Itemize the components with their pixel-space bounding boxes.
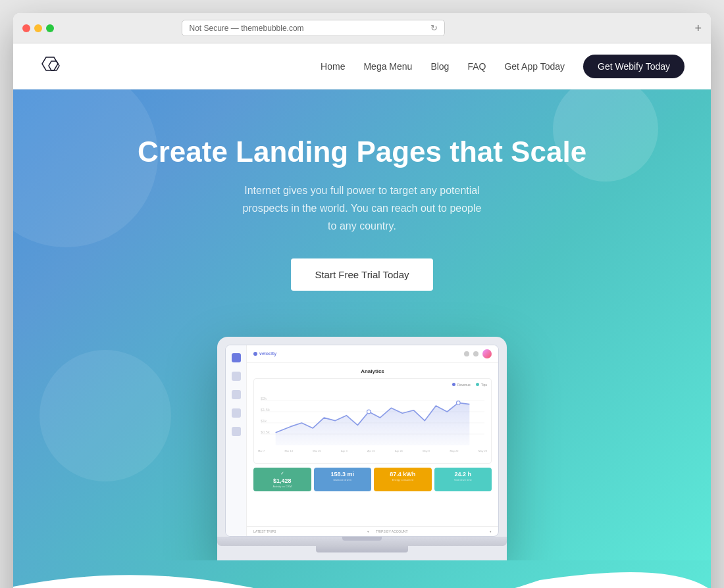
nav-get-webify-button[interactable]: Get Webify Today (583, 55, 685, 78)
x-axis-labels: Mar 7 Mar 13 Mar 20 Apr 3 Apr 10 Apr 24 … (258, 449, 487, 453)
navbar: Home Mega Menu Blog FAQ Get App Today Ge… (13, 43, 711, 89)
dashboard-brand: velocity (253, 351, 276, 356)
stat-value-revenue: $1,428 (257, 478, 307, 484)
bottom-title-accounts: TRIPS BY ACCOUNT ▾ (376, 529, 492, 533)
bottom-arrow-accounts: ▾ (490, 529, 492, 533)
nav-home[interactable]: Home (321, 61, 345, 72)
stat-label-energy: Energy consumed (378, 478, 428, 481)
nav-mega-menu[interactable]: Mega Menu (363, 61, 412, 72)
analytics-chart: Revenue Tips (253, 378, 492, 464)
x-label-8: May 22 (450, 449, 458, 453)
x-label-6: Apr 24 (395, 449, 403, 453)
sidebar-icon-3 (232, 408, 241, 418)
browser-chrome: Not Secure — themebubble.com ↻ + (13, 13, 711, 43)
stat-label-revenue: Activity on CRM (257, 485, 307, 488)
dashboard-content: Analytics Revenue (247, 363, 498, 526)
dashboard-main: velocity (247, 345, 498, 536)
traffic-lights (22, 24, 54, 32)
laptop-screen: velocity (225, 345, 499, 537)
legend-dot-revenue (452, 383, 455, 386)
x-label-9: May 29 (478, 449, 487, 453)
hero-cta-button[interactable]: Start Free Trial Today (291, 258, 432, 291)
close-button[interactable] (22, 24, 30, 32)
svg-text:$0.5k: $0.5k (261, 429, 270, 433)
stat-value-drivetime: 24.2 h (438, 471, 488, 478)
stat-value-energy: 87.4 kWh (378, 471, 428, 478)
address-text: Not Secure — themebubble.com (189, 24, 303, 33)
dashboard-header: velocity (247, 345, 498, 363)
nav-get-app[interactable]: Get App Today (504, 61, 565, 72)
bottom-title-trips: LATEST TRIPS ▾ (253, 529, 369, 533)
x-label-7: May 8 (423, 449, 430, 453)
svg-point-12 (457, 401, 461, 404)
hero-subtext: Internet gives you full power to target … (237, 182, 487, 235)
dashboard-header-right (464, 349, 492, 358)
svg-point-11 (367, 410, 371, 414)
browser-window: Not Secure — themebubble.com ↻ + Home Me… (13, 13, 711, 588)
stat-card-energy: 87.4 kWh Energy consumed (374, 468, 432, 491)
legend-dot-tips (476, 383, 479, 386)
sidebar-icon-active (232, 353, 241, 362)
dashboard: velocity (226, 345, 498, 536)
laptop-base (217, 537, 507, 546)
refresh-icon[interactable]: ↻ (430, 23, 438, 33)
minimize-button[interactable] (34, 24, 42, 32)
dashboard-stats: ✓ $1,428 Activity on CRM 158.3 mi Distan… (253, 468, 492, 491)
website-content: Home Mega Menu Blog FAQ Get App Today Ge… (13, 43, 711, 588)
settings-icon (473, 351, 478, 356)
analytics-section-title: Analytics (253, 368, 492, 374)
hero-wave-container: Create Landing Pages that Scale Internet… (13, 89, 711, 588)
hero-wave-svg (13, 560, 711, 588)
stat-label-distance: Distance driven (318, 478, 368, 481)
user-avatar (482, 349, 492, 358)
legend-revenue: Revenue (452, 383, 471, 387)
bottom-section-trips: LATEST TRIPS ▾ (253, 529, 369, 533)
laptop-stand (316, 546, 408, 552)
bottom-arrow-trips: ▾ (367, 529, 369, 533)
sidebar-icon-4 (232, 427, 241, 436)
nav-blog[interactable]: Blog (430, 61, 449, 72)
laptop-container: velocity (39, 337, 685, 560)
logo[interactable] (39, 56, 66, 77)
x-label-5: Apr 10 (367, 449, 375, 453)
sidebar-icon-2 (232, 390, 241, 399)
bottom-section-accounts: TRIPS BY ACCOUNT ▾ (376, 529, 492, 533)
x-label-3: Mar 20 (313, 449, 321, 453)
svg-text:$1.5k: $1.5k (261, 407, 270, 411)
x-label-4: Apr 3 (341, 449, 348, 453)
sidebar-icon-1 (232, 372, 241, 381)
new-tab-button[interactable]: + (694, 22, 702, 34)
line-chart-svg: $2k $1.5k $1k $0.5k (258, 389, 487, 445)
nav-faq[interactable]: FAQ (467, 61, 486, 72)
brand-dot (253, 352, 257, 356)
svg-text:$1k: $1k (261, 418, 267, 422)
stat-check-icon: ✓ (257, 471, 307, 476)
maximize-button[interactable] (46, 24, 54, 32)
chart-legend: Revenue Tips (258, 383, 487, 387)
stat-label-drivetime: Total drive time (438, 478, 488, 481)
x-label-1: Mar 7 (258, 449, 265, 453)
x-label-2: Mar 13 (285, 449, 293, 453)
stat-card-distance: 158.3 mi Distance driven (314, 468, 372, 491)
brand-name: velocity (259, 351, 276, 356)
laptop-mockup: velocity (217, 337, 507, 560)
bottom-label-accounts: TRIPS BY ACCOUNT (376, 529, 408, 533)
dashboard-sidebar (226, 345, 247, 536)
legend-tips: Tips (476, 383, 487, 387)
nav-links: Home Mega Menu Blog FAQ Get App Today Ge… (321, 61, 685, 72)
hero-section: Create Landing Pages that Scale Internet… (13, 89, 711, 560)
stat-card-drivetime: 24.2 h Total drive time (434, 468, 492, 491)
stat-value-distance: 158.3 mi (318, 471, 368, 478)
hero-headline: Create Landing Pages that Scale (39, 135, 685, 168)
legend-label-tips: Tips (481, 383, 487, 387)
notification-icon (464, 351, 469, 356)
svg-text:$2k: $2k (261, 396, 267, 400)
dashboard-bottom: LATEST TRIPS ▾ TRIPS BY ACCOUNT ▾ (247, 526, 498, 536)
bottom-label-trips: LATEST TRIPS (253, 529, 276, 533)
address-bar[interactable]: Not Secure — themebubble.com ↻ (182, 20, 445, 36)
legend-label-revenue: Revenue (457, 383, 471, 387)
laptop-notch (342, 537, 382, 541)
svg-marker-1 (49, 61, 59, 70)
logo-icon (39, 56, 66, 77)
stat-card-revenue: ✓ $1,428 Activity on CRM (253, 468, 311, 491)
